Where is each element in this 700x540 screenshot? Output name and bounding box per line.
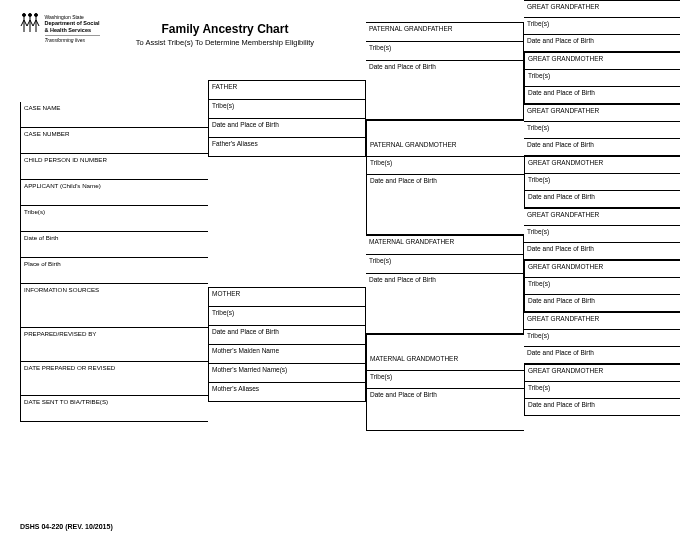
ggm-3-box: GREAT GRANDMOTHER Tribe(s) Date and Plac… [524,260,680,312]
svg-point-2 [29,14,32,17]
applicant-tribes-field: Tribe(s) [21,206,208,232]
child-id-field: CHILD PERSON ID NUMBER [21,154,208,180]
parents-column: FATHER Tribe(s) Date and Place of Birth … [208,80,366,402]
ggf-2-dpob: Date and Place of Birth [524,139,680,156]
ggf-1-box: GREAT GRANDFATHER Tribe(s) Date and Plac… [524,0,680,52]
parents-gap [208,157,366,287]
ggf-4-dpob: Date and Place of Birth [524,347,680,364]
form-id: DSHS 04-220 (REV. 10/2015) [20,523,113,530]
case-number-field: CASE NUMBER [21,128,208,154]
ggf-1-tribes: Tribe(s) [524,18,680,35]
paternal-grandmother-box: PATERNAL GRANDMOTHER Tribe(s) Date and P… [366,120,524,235]
mother-label: MOTHER [209,288,365,307]
mother-tribes: Tribe(s) [209,307,365,326]
paternal-grandfather-box: PATERNAL GRANDFATHER Tribe(s) Date and P… [366,22,524,120]
ggm-3-dpob: Date and Place of Birth [525,295,680,312]
ggm-4-box: GREAT GRANDMOTHER Tribe(s) Date and Plac… [524,364,680,416]
mother-box: MOTHER Tribe(s) Date and Place of Birth … [208,287,366,402]
ggm-1-label: GREAT GRANDMOTHER [525,53,680,70]
mat-gf-tribes: Tribe(s) [366,255,523,274]
ggm-4-tribes: Tribe(s) [525,382,680,399]
father-dpob: Date and Place of Birth [209,119,365,138]
mother-aliases: Mother's Aliases [209,383,365,402]
ggm-2-box: GREAT GRANDMOTHER Tribe(s) Date and Plac… [524,156,680,208]
pat-gf-dpob: Date and Place of Birth [366,61,523,120]
ggm-3-label: GREAT GRANDMOTHER [525,261,680,278]
ggf-1-label: GREAT GRANDFATHER [524,1,680,18]
ggm-1-dpob: Date and Place of Birth [525,87,680,104]
mat-gf-label: MATERNAL GRANDFATHER [366,236,523,255]
mat-gm-dpob: Date and Place of Birth [367,389,524,431]
pat-gf-label: PATERNAL GRANDFATHER [366,23,523,42]
ggf-3-dpob: Date and Place of Birth [524,243,680,260]
ggm-2-dpob: Date and Place of Birth [525,191,680,208]
ggf-4-box: GREAT GRANDFATHER Tribe(s) Date and Plac… [524,312,680,364]
ggf-2-tribes: Tribe(s) [524,122,680,139]
ggf-3-box: GREAT GRANDFATHER Tribe(s) Date and Plac… [524,208,680,260]
maternal-grandmother-box: MATERNAL GRANDMOTHER Tribe(s) Date and P… [366,334,524,431]
ggm-2-tribes: Tribe(s) [525,174,680,191]
ggf-1-dpob: Date and Place of Birth [524,35,680,52]
ggm-4-dpob: Date and Place of Birth [525,399,680,416]
svg-point-4 [35,14,38,17]
ggm-2-label: GREAT GRANDMOTHER [525,157,680,174]
pat-gm-label: PATERNAL GRANDMOTHER [367,121,524,156]
father-box: FATHER Tribe(s) Date and Place of Birth … [208,80,366,157]
ggm-1-box: GREAT GRANDMOTHER Tribe(s) Date and Plac… [524,52,680,104]
mother-dpob: Date and Place of Birth [209,326,365,345]
pat-gm-tribes: Tribe(s) [367,156,524,175]
ggf-3-label: GREAT GRANDFATHER [524,209,680,226]
applicant-pob-field: Place of Birth [21,258,208,284]
father-aliases: Father's Aliases [209,138,365,157]
ggm-1-tribes: Tribe(s) [525,70,680,87]
date-sent-field: DATE SENT TO BIA/TRIBE(S) [21,396,208,422]
ggm-4-label: GREAT GRANDMOTHER [525,365,680,382]
prepared-by-field: PREPARED/REVISED BY [21,328,208,362]
case-column: CASE NAME CASE NUMBER CHILD PERSON ID NU… [20,102,208,422]
great-grandparents-column: GREAT GRANDFATHER Tribe(s) Date and Plac… [524,0,680,416]
ggm-3-tribes: Tribe(s) [525,278,680,295]
mat-gm-label: MATERNAL GRANDMOTHER [367,335,524,370]
maternal-grandfather-box: MATERNAL GRANDFATHER Tribe(s) Date and P… [366,235,524,334]
father-tribes: Tribe(s) [209,100,365,119]
svg-point-0 [23,14,26,17]
info-sources-field: INFORMATION SOURCES [21,284,208,328]
mother-maiden: Mother's Maiden Name [209,345,365,364]
ggf-3-tribes: Tribe(s) [524,226,680,243]
pat-gf-tribes: Tribe(s) [366,42,523,61]
ggf-4-label: GREAT GRANDFATHER [524,313,680,330]
applicant-field: APPLICANT (Child's Name) [21,180,208,206]
mat-gf-dpob: Date and Place of Birth [366,274,523,334]
ggf-2-box: GREAT GRANDFATHER Tribe(s) Date and Plac… [524,104,680,156]
date-prepared-field: DATE PREPARED OR REVISED [21,362,208,396]
pat-gm-dpob: Date and Place of Birth [367,175,524,235]
ggf-2-label: GREAT GRANDFATHER [524,105,680,122]
applicant-dob-field: Date of Birth [21,232,208,258]
grandparents-column: PATERNAL GRANDFATHER Tribe(s) Date and P… [366,22,524,431]
case-name-field: CASE NAME [21,102,208,128]
mother-married: Mother's Married Name(s) [209,364,365,383]
father-label: FATHER [209,81,365,100]
ggf-4-tribes: Tribe(s) [524,330,680,347]
ancestry-chart: CASE NAME CASE NUMBER CHILD PERSON ID NU… [20,22,680,502]
mat-gm-tribes: Tribe(s) [367,370,524,389]
